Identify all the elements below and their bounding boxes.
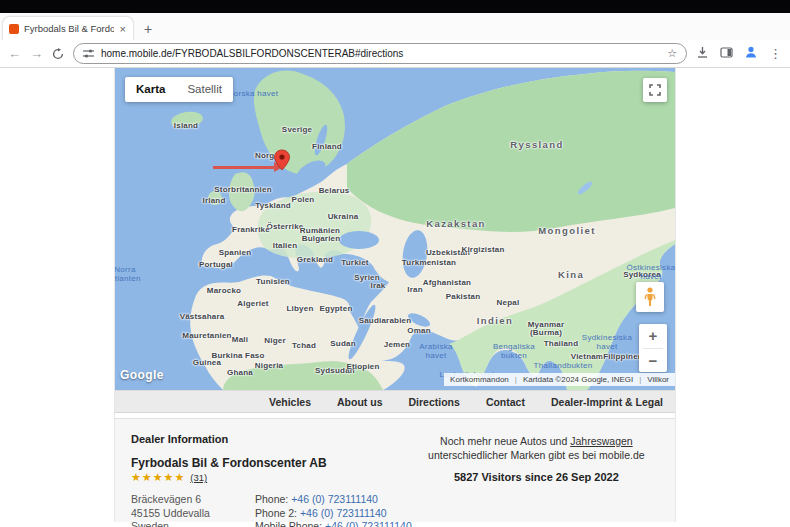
pegman-icon (644, 287, 656, 307)
promo-text: Noch mehr neue Autos und Jahreswagen unt… (412, 434, 661, 462)
nav-link-vehicles[interactable]: Vehicles (269, 396, 311, 408)
phone-label: Mobile Phone: (255, 520, 325, 527)
nav-link-dealer-imprint-legal[interactable]: Dealer-Imprint & Legal (551, 396, 663, 408)
map-type-satellite-button[interactable]: Satellit (176, 77, 233, 102)
dealer-section-title: Dealer Information (131, 433, 412, 445)
map-type-map-button[interactable]: Karta (125, 77, 176, 102)
phone-line-phone: Phone: +46 (0) 723111140 (255, 493, 412, 507)
map-copyright: Kartdata ©2024 Google, INEGI (523, 375, 633, 384)
map-terrain (115, 68, 675, 390)
browser-tab[interactable]: Fyrbodals Bil & Fordonscent × (2, 16, 134, 40)
browser-toolbar: ← → home.mobile.de/FYRBODALSBILFORDONSCE… (0, 40, 790, 68)
toolbar-right: ⋮ (696, 45, 782, 63)
nav-link-directions[interactable]: Directions (409, 396, 460, 408)
dealer-address: Bräckevägen 645155 UddevallaSweden (131, 493, 255, 527)
attribution-divider: | (515, 375, 517, 384)
terms-link[interactable]: Villkor (647, 375, 669, 384)
dealer-info-panel: Dealer Information Fyrbodals Bil & Fordo… (115, 418, 675, 522)
map-type-control: Karta Satellit (125, 77, 233, 102)
promo-pre: Noch mehr neue Autos und (440, 435, 570, 447)
new-tab-button[interactable]: + (144, 21, 152, 40)
phone-line-phone-2: Phone 2: +46 (0) 723111140 (255, 507, 412, 521)
direction-arrow (213, 166, 275, 169)
location-marker-icon[interactable] (273, 149, 291, 175)
site-favicon (9, 24, 19, 34)
jahreswagen-link[interactable]: Jahreswagen (570, 435, 632, 447)
profile-avatar[interactable] (744, 45, 758, 63)
fullscreen-button[interactable] (643, 78, 667, 102)
star-rating-icons: ★★★★★ (131, 471, 185, 484)
google-logo[interactable]: Google (120, 368, 164, 382)
zoom-out-button[interactable]: − (639, 349, 667, 373)
map-attribution: Kortkommandon | Kartdata ©2024 Google, I… (444, 373, 675, 386)
dealer-info-left: Dealer Information Fyrbodals Bil & Fordo… (131, 433, 412, 522)
dealer-contact-columns: Bräckevägen 645155 UddevallaSweden Phone… (131, 493, 412, 527)
dealer-info-right: Noch mehr neue Autos und Jahreswagen unt… (412, 433, 661, 522)
pegman-control[interactable] (636, 282, 664, 312)
dealer-name: Fyrbodals Bil & Fordonscenter AB (131, 456, 412, 470)
phone-number[interactable]: +46 (0) 723111140 (300, 507, 387, 519)
phone-label: Phone 2: (255, 507, 300, 519)
attribution-divider2: | (639, 375, 641, 384)
download-icon[interactable] (696, 45, 709, 63)
bookmark-star-icon[interactable]: ☆ (667, 47, 677, 60)
nav-link-contact[interactable]: Contact (486, 396, 525, 408)
dealer-nav: VehiclesAbout usDirectionsContactDealer-… (115, 390, 675, 413)
forward-icon[interactable]: → (30, 47, 43, 60)
address-line: Sweden (131, 520, 255, 527)
nav-link-about-us[interactable]: About us (337, 396, 383, 408)
zoom-control: + − (639, 324, 667, 372)
phone-number[interactable]: +46 (0) 723111140 (291, 493, 378, 505)
phone-label: Phone: (255, 493, 291, 505)
zoom-in-button[interactable]: + (639, 324, 667, 348)
content-column: IslandSverigeNorgeFinlandRysslandStorbri… (114, 68, 676, 522)
dealer-rating: ★★★★★ (31) (131, 471, 412, 484)
tab-close-icon[interactable]: × (119, 23, 127, 35)
phone-line-mobile-phone: Mobile Phone: +46 (0) 723111140 (255, 520, 412, 527)
system-bar (0, 0, 790, 13)
phone-number[interactable]: +46 (0) 723111140 (325, 520, 412, 527)
back-icon[interactable]: ← (8, 47, 21, 60)
dealer-phones: Phone: +46 (0) 723111140Phone 2: +46 (0)… (255, 493, 412, 527)
reload-icon[interactable] (52, 48, 64, 60)
google-map[interactable]: IslandSverigeNorgeFinlandRysslandStorbri… (115, 68, 675, 390)
visitor-counter: 5827 Visitors since 26 Sep 2022 (412, 471, 661, 483)
keyboard-shortcuts-link[interactable]: Kortkommandon (450, 375, 509, 384)
address-line: 45155 Uddevalla (131, 507, 255, 521)
tab-title: Fyrbodals Bil & Fordonscent (24, 23, 114, 34)
side-panel-icon[interactable] (720, 45, 733, 63)
address-line: Bräckevägen 6 (131, 493, 255, 507)
page-body: IslandSverigeNorgeFinlandRysslandStorbri… (0, 68, 790, 527)
review-count-link[interactable]: (31) (190, 472, 207, 483)
menu-kebab-icon[interactable]: ⋮ (769, 46, 782, 61)
address-bar[interactable]: home.mobile.de/FYRBODALSBILFORDONSCENTER… (73, 43, 687, 64)
url-text[interactable]: home.mobile.de/FYRBODALSBILFORDONSCENTER… (101, 48, 660, 59)
tab-strip: Fyrbodals Bil & Fordonscent × + (0, 13, 790, 40)
promo-post: unterschiedlicher Marken gibt es bei mob… (428, 449, 645, 461)
site-info-icon[interactable] (83, 48, 94, 59)
